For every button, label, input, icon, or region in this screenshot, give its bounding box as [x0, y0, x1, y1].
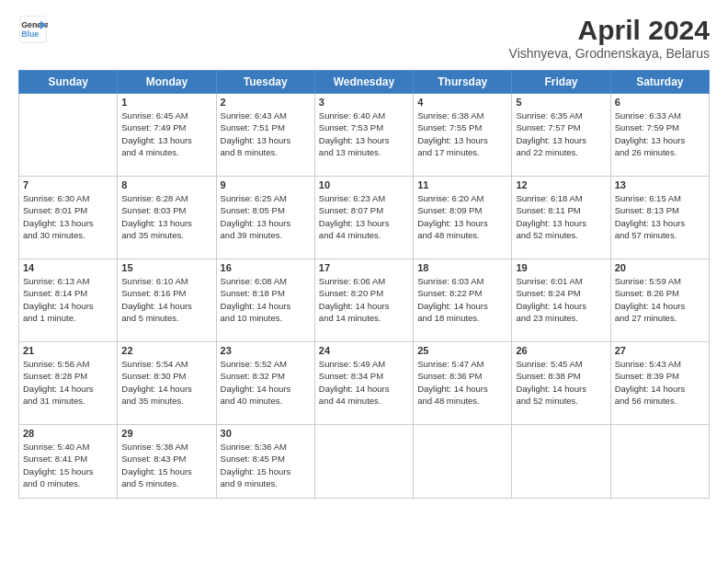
- week-row-1: 1Sunrise: 6:45 AM Sunset: 7:49 PM Daylig…: [19, 94, 710, 177]
- calendar-cell-28: 28Sunrise: 5:40 AM Sunset: 8:41 PM Dayli…: [19, 425, 118, 499]
- empty-cell: [314, 425, 413, 499]
- cell-date: 1: [121, 97, 211, 108]
- cell-info: Sunrise: 6:03 AM Sunset: 8:22 PM Dayligh…: [417, 275, 507, 324]
- calendar-cell-19: 19Sunrise: 6:01 AM Sunset: 8:24 PM Dayli…: [512, 259, 610, 342]
- calendar-cell-29: 29Sunrise: 5:38 AM Sunset: 8:43 PM Dayli…: [118, 425, 216, 499]
- cell-info: Sunrise: 6:01 AM Sunset: 8:24 PM Dayligh…: [516, 275, 606, 324]
- calendar-cell-24: 24Sunrise: 5:49 AM Sunset: 8:34 PM Dayli…: [314, 342, 413, 425]
- cell-info: Sunrise: 6:33 AM Sunset: 7:59 PM Dayligh…: [615, 109, 705, 158]
- empty-cell: [610, 425, 709, 499]
- header: General Blue April 2024 Vishnyeva, Grodn…: [18, 15, 710, 61]
- title-block: April 2024 Vishnyeva, Grodnenskaya, Bela…: [509, 15, 710, 61]
- calendar-cell-21: 21Sunrise: 5:56 AM Sunset: 8:28 PM Dayli…: [19, 342, 118, 425]
- empty-cell: [512, 425, 610, 499]
- empty-cell: [414, 425, 512, 499]
- calendar-cell-12: 12Sunrise: 6:18 AM Sunset: 8:11 PM Dayli…: [512, 177, 610, 259]
- cell-info: Sunrise: 6:45 AM Sunset: 7:49 PM Dayligh…: [121, 109, 211, 158]
- cell-date: 8: [121, 179, 211, 190]
- cell-info: Sunrise: 5:56 AM Sunset: 8:28 PM Dayligh…: [23, 358, 113, 407]
- cell-date: 7: [23, 179, 113, 190]
- calendar-cell-11: 11Sunrise: 6:20 AM Sunset: 8:09 PM Dayli…: [414, 177, 512, 259]
- cell-info: Sunrise: 5:52 AM Sunset: 8:32 PM Dayligh…: [221, 358, 311, 407]
- cell-date: 20: [615, 262, 705, 273]
- cell-date: 16: [221, 262, 311, 273]
- calendar-page: General Blue April 2024 Vishnyeva, Grodn…: [0, 0, 728, 563]
- calendar-cell-30: 30Sunrise: 5:36 AM Sunset: 8:45 PM Dayli…: [216, 425, 314, 499]
- cell-date: 10: [319, 179, 409, 190]
- cell-info: Sunrise: 5:49 AM Sunset: 8:34 PM Dayligh…: [319, 358, 409, 407]
- day-header-thursday: Thursday: [414, 71, 512, 94]
- calendar-cell-26: 26Sunrise: 5:45 AM Sunset: 8:38 PM Dayli…: [512, 342, 610, 425]
- cell-info: Sunrise: 6:23 AM Sunset: 8:07 PM Dayligh…: [319, 192, 409, 241]
- day-header-wednesday: Wednesday: [314, 71, 413, 94]
- calendar-cell-3: 3Sunrise: 6:40 AM Sunset: 7:53 PM Daylig…: [314, 94, 413, 177]
- calendar-body: 1Sunrise: 6:45 AM Sunset: 7:49 PM Daylig…: [19, 94, 710, 499]
- svg-text:Blue: Blue: [21, 29, 39, 39]
- cell-date: 24: [319, 345, 409, 356]
- week-row-3: 14Sunrise: 6:13 AM Sunset: 8:14 PM Dayli…: [19, 259, 710, 342]
- calendar-cell-15: 15Sunrise: 6:10 AM Sunset: 8:16 PM Dayli…: [118, 259, 216, 342]
- cell-info: Sunrise: 6:38 AM Sunset: 7:55 PM Dayligh…: [417, 109, 507, 158]
- main-title: April 2024: [509, 15, 710, 46]
- cell-date: 28: [23, 428, 113, 439]
- cell-info: Sunrise: 6:13 AM Sunset: 8:14 PM Dayligh…: [23, 275, 113, 324]
- calendar-cell-4: 4Sunrise: 6:38 AM Sunset: 7:55 PM Daylig…: [414, 94, 512, 177]
- logo-icon: General Blue: [18, 15, 48, 44]
- cell-info: Sunrise: 6:25 AM Sunset: 8:05 PM Dayligh…: [221, 192, 311, 241]
- calendar-cell-27: 27Sunrise: 5:43 AM Sunset: 8:39 PM Dayli…: [610, 342, 709, 425]
- cell-date: 29: [121, 428, 211, 439]
- cell-date: 12: [516, 179, 606, 190]
- cell-date: 14: [23, 262, 113, 273]
- cell-date: 19: [516, 262, 606, 273]
- day-header-monday: Monday: [118, 71, 216, 94]
- cell-info: Sunrise: 6:10 AM Sunset: 8:16 PM Dayligh…: [121, 275, 211, 324]
- calendar-cell-13: 13Sunrise: 6:15 AM Sunset: 8:13 PM Dayli…: [610, 177, 709, 259]
- cell-date: 30: [221, 428, 311, 439]
- calendar-cell-20: 20Sunrise: 5:59 AM Sunset: 8:26 PM Dayli…: [610, 259, 709, 342]
- cell-date: 18: [417, 262, 507, 273]
- empty-cell: [19, 94, 118, 177]
- day-header-saturday: Saturday: [610, 71, 709, 94]
- cell-date: 17: [319, 262, 409, 273]
- week-row-5: 28Sunrise: 5:40 AM Sunset: 8:41 PM Dayli…: [19, 425, 710, 499]
- cell-date: 13: [615, 179, 705, 190]
- cell-date: 3: [319, 97, 409, 108]
- week-row-4: 21Sunrise: 5:56 AM Sunset: 8:28 PM Dayli…: [19, 342, 710, 425]
- cell-info: Sunrise: 5:54 AM Sunset: 8:30 PM Dayligh…: [121, 358, 211, 407]
- cell-info: Sunrise: 5:59 AM Sunset: 8:26 PM Dayligh…: [615, 275, 705, 324]
- calendar-cell-9: 9Sunrise: 6:25 AM Sunset: 8:05 PM Daylig…: [216, 177, 314, 259]
- calendar-cell-14: 14Sunrise: 6:13 AM Sunset: 8:14 PM Dayli…: [19, 259, 118, 342]
- cell-info: Sunrise: 6:28 AM Sunset: 8:03 PM Dayligh…: [121, 192, 211, 241]
- cell-date: 27: [615, 345, 705, 356]
- cell-info: Sunrise: 5:47 AM Sunset: 8:36 PM Dayligh…: [417, 358, 507, 407]
- cell-info: Sunrise: 6:18 AM Sunset: 8:11 PM Dayligh…: [516, 192, 606, 241]
- day-header-row: SundayMondayTuesdayWednesdayThursdayFrid…: [19, 71, 710, 94]
- calendar-table: SundayMondayTuesdayWednesdayThursdayFrid…: [18, 70, 710, 499]
- calendar-cell-1: 1Sunrise: 6:45 AM Sunset: 7:49 PM Daylig…: [118, 94, 216, 177]
- calendar-cell-22: 22Sunrise: 5:54 AM Sunset: 8:30 PM Dayli…: [118, 342, 216, 425]
- cell-date: 22: [121, 345, 211, 356]
- cell-info: Sunrise: 5:43 AM Sunset: 8:39 PM Dayligh…: [615, 358, 705, 407]
- cell-info: Sunrise: 5:40 AM Sunset: 8:41 PM Dayligh…: [23, 441, 113, 489]
- cell-date: 4: [417, 97, 507, 108]
- calendar-cell-16: 16Sunrise: 6:08 AM Sunset: 8:18 PM Dayli…: [216, 259, 314, 342]
- logo: General Blue: [18, 15, 48, 44]
- cell-info: Sunrise: 5:36 AM Sunset: 8:45 PM Dayligh…: [221, 441, 311, 489]
- calendar-cell-18: 18Sunrise: 6:03 AM Sunset: 8:22 PM Dayli…: [414, 259, 512, 342]
- subtitle: Vishnyeva, Grodnenskaya, Belarus: [509, 46, 710, 61]
- day-header-sunday: Sunday: [19, 71, 118, 94]
- calendar-cell-25: 25Sunrise: 5:47 AM Sunset: 8:36 PM Dayli…: [414, 342, 512, 425]
- cell-date: 21: [23, 345, 113, 356]
- cell-info: Sunrise: 6:43 AM Sunset: 7:51 PM Dayligh…: [221, 109, 311, 158]
- cell-date: 11: [417, 179, 507, 190]
- cell-date: 26: [516, 345, 606, 356]
- cell-date: 9: [221, 179, 311, 190]
- calendar-cell-5: 5Sunrise: 6:35 AM Sunset: 7:57 PM Daylig…: [512, 94, 610, 177]
- calendar-cell-17: 17Sunrise: 6:06 AM Sunset: 8:20 PM Dayli…: [314, 259, 413, 342]
- calendar-cell-10: 10Sunrise: 6:23 AM Sunset: 8:07 PM Dayli…: [314, 177, 413, 259]
- cell-info: Sunrise: 6:20 AM Sunset: 8:09 PM Dayligh…: [417, 192, 507, 241]
- cell-date: 6: [615, 97, 705, 108]
- day-header-friday: Friday: [512, 71, 610, 94]
- week-row-2: 7Sunrise: 6:30 AM Sunset: 8:01 PM Daylig…: [19, 177, 710, 259]
- cell-info: Sunrise: 5:45 AM Sunset: 8:38 PM Dayligh…: [516, 358, 606, 407]
